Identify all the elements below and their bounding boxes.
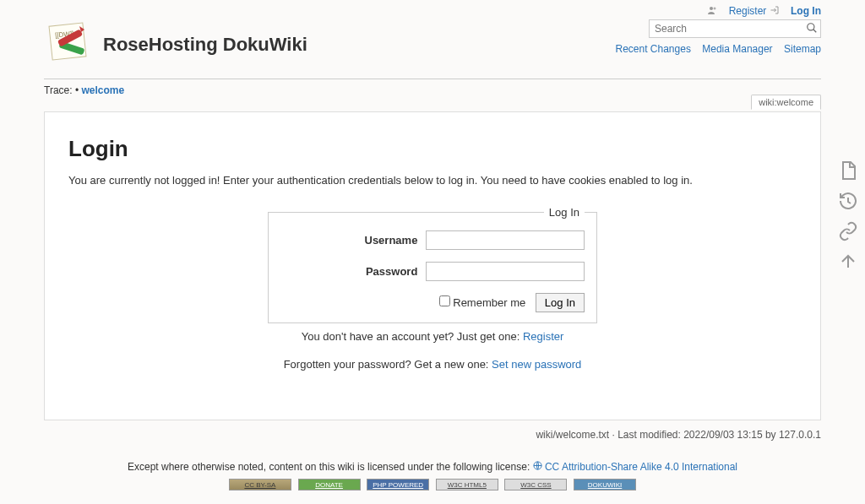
license: Except where otherwise noted, content on… (44, 461, 821, 473)
username-input[interactable] (426, 230, 585, 250)
badge-donate[interactable]: DONATE (298, 479, 361, 490)
search-form (607, 19, 822, 38)
badge-css[interactable]: W3C CSS (504, 479, 567, 490)
content-card: Login You are currently not logged in! E… (44, 111, 821, 420)
trace-separator: • (75, 84, 79, 96)
site-tools: Recent Changes Media Manager Sitemap (607, 43, 822, 55)
search-input[interactable] (649, 19, 821, 38)
svg-point-0 (710, 7, 713, 10)
remember-checkbox[interactable] (439, 295, 450, 306)
password-label: Password (366, 265, 417, 278)
forgot-link[interactable]: Set new password (492, 358, 581, 371)
user-tools: Register Log In (44, 0, 821, 19)
register-link[interactable]: Register (729, 5, 767, 17)
breadcrumb: Trace: • welcome (44, 79, 821, 111)
svg-line-7 (813, 30, 817, 33)
top-icon[interactable] (838, 252, 858, 272)
register-below-link[interactable]: Register (523, 330, 563, 343)
login-submit-button[interactable]: Log In (536, 293, 585, 312)
login-legend: Log In (544, 206, 585, 219)
media-manager-link[interactable]: Media Manager (702, 43, 772, 55)
badge-cc[interactable]: CC BY-SA (229, 479, 291, 490)
page-tools (838, 160, 858, 272)
globe-icon (533, 461, 545, 473)
site-title: RoseHosting DokuWiki (103, 34, 307, 56)
password-input[interactable] (426, 262, 585, 281)
username-label: Username (365, 234, 418, 247)
trace-label: Trace: (44, 84, 73, 96)
badge-dw[interactable]: DOKUWIKI (574, 479, 636, 490)
login-intro: You are currently not logged in! Enter y… (68, 172, 797, 189)
search-button[interactable] (804, 21, 819, 36)
remember-label: Remember me (453, 296, 525, 309)
login-icon (770, 5, 780, 18)
brand: [[DW]] RoseHosting DokuWiki (44, 19, 307, 70)
login-link[interactable]: Log In (791, 5, 821, 17)
badge-php[interactable]: PHP POWERED (367, 479, 429, 490)
search-icon (806, 22, 818, 34)
page-id-tab: wiki:welcome (751, 95, 821, 110)
login-fieldset: Log In Username Password Remember me Log… (268, 206, 597, 323)
revisions-icon[interactable] (838, 191, 858, 211)
badge-html5[interactable]: W3C HTML5 (436, 479, 498, 490)
recent-changes-link[interactable]: Recent Changes (616, 43, 691, 55)
register-icon (707, 5, 717, 18)
no-account-text: You don't have an account yet? Just get … (302, 330, 523, 343)
page-title: Login (68, 136, 797, 162)
trace-welcome-link[interactable]: welcome (81, 84, 124, 96)
doc-info: wiki/welcome.txt · Last modified: 2022/0… (44, 420, 821, 453)
sitemap-link[interactable]: Sitemap (784, 43, 821, 55)
svg-point-6 (808, 24, 814, 30)
show-page-icon[interactable] (838, 160, 858, 181)
footer-badges: CC BY-SA DONATE PHP POWERED W3C HTML5 W3… (44, 478, 821, 491)
backlinks-icon[interactable] (838, 221, 858, 241)
forgot-text: Forgotten your password? Get a new one: (284, 358, 492, 371)
license-link[interactable]: CC Attribution-Share Alike 4.0 Internati… (545, 461, 737, 473)
license-text: Except where otherwise noted, content on… (128, 461, 533, 473)
site-logo: [[DW]] (44, 19, 95, 70)
